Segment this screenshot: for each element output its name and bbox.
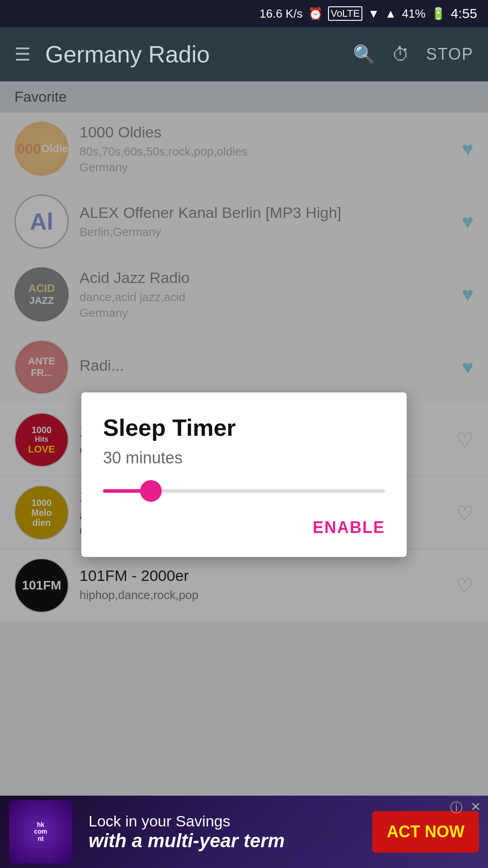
alarm-icon: ⏰ <box>308 7 323 21</box>
app-bar-actions: 🔍 ⏱ STOP <box>353 44 474 65</box>
dialog-overlay: Sleep Timer 30 minutes ENABLE <box>0 81 488 868</box>
sleep-timer-dialog: Sleep Timer 30 minutes ENABLE <box>81 392 407 557</box>
enable-button[interactable]: ENABLE <box>313 514 385 541</box>
search-icon[interactable]: 🔍 <box>353 44 375 65</box>
menu-icon[interactable]: ☰ <box>14 44 31 65</box>
battery-icon: 🔋 <box>431 7 446 21</box>
stop-button[interactable]: STOP <box>426 45 474 64</box>
dialog-title: Sleep Timer <box>103 414 385 441</box>
ad-close-icon[interactable]: ✕ <box>470 799 481 814</box>
clock: 4:55 <box>451 6 477 21</box>
signal-icon: ▲ <box>385 7 397 21</box>
status-bar: 16.6 K/s ⏰ VoLTE ▼ ▲ 41% 🔋 4:55 <box>0 0 488 27</box>
ad-line2: with a multi-year term <box>89 830 365 852</box>
wifi-icon: ▼ <box>368 7 380 21</box>
slider-track <box>103 489 385 493</box>
volte-icon: VoLTE <box>328 6 362 21</box>
ad-text: Lock in your Savings with a multi-year t… <box>81 812 372 852</box>
ad-banner: hkcomnt Lock in your Savings with a mult… <box>0 796 488 868</box>
timer-slider-container <box>103 489 385 493</box>
dialog-minutes: 30 minutes <box>103 448 385 467</box>
network-speed: 16.6 K/s <box>259 7 302 21</box>
dialog-actions: ENABLE <box>103 514 385 541</box>
ad-line1: Lock in your Savings <box>89 812 365 830</box>
timer-icon[interactable]: ⏱ <box>392 44 410 65</box>
slider-thumb[interactable] <box>140 480 162 502</box>
ad-cta-button[interactable]: ACT NOW <box>372 811 479 852</box>
ad-logo: hkcomnt <box>9 800 72 863</box>
ad-info-icon[interactable]: ⓘ <box>450 799 463 816</box>
battery-percent: 41% <box>402 7 426 21</box>
app-bar: ☰ Germany Radio 🔍 ⏱ STOP <box>0 27 488 81</box>
page-title: Germany Radio <box>45 41 338 68</box>
